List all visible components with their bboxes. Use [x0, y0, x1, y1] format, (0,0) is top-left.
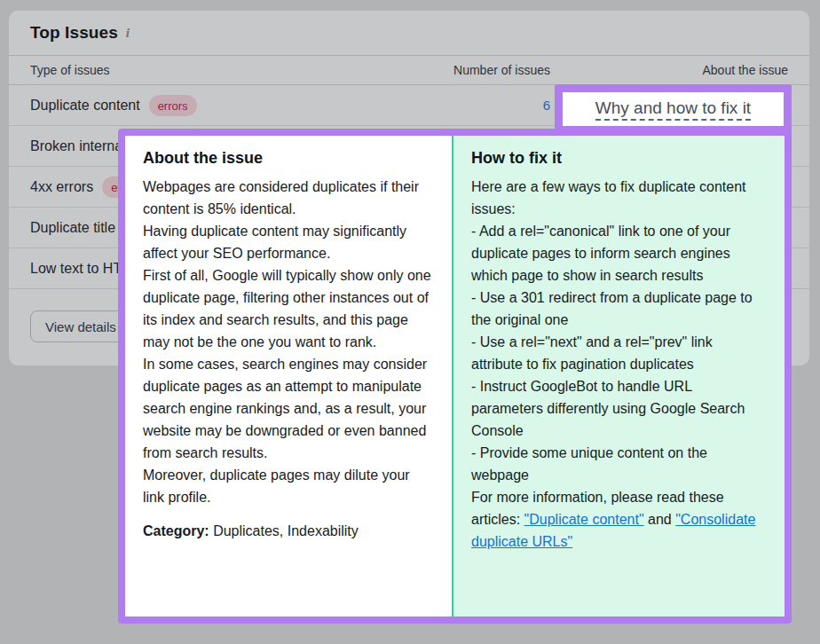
about-paragraph: In some cases, search engines may consid…: [143, 353, 434, 464]
about-the-issue-text: Webpages are considered duplicates if th…: [143, 176, 434, 508]
fix-item: - Add a rel="canonical" link to one of y…: [471, 220, 767, 287]
and-text: and: [648, 512, 672, 527]
duplicate-content-article-link[interactable]: "Duplicate content": [524, 512, 644, 527]
more-info-line: For more information, please read these …: [471, 486, 767, 553]
about-paragraph: Moreover, duplicate pages may dilute you…: [143, 464, 434, 508]
how-to-fix-intro: Here are a few ways to fix duplicate con…: [471, 176, 767, 220]
about-paragraph: Having duplicate content may significant…: [143, 220, 434, 264]
category-line: Category: Duplicates, Indexability: [143, 520, 434, 542]
fix-item: - Instruct GoogleBot to handle URL param…: [471, 375, 767, 442]
how-to-fix-heading: How to fix it: [471, 149, 767, 168]
about-the-issue-section: About the issue Webpages are considered …: [125, 136, 453, 617]
issue-details-popup: About the issue Webpages are considered …: [118, 129, 792, 624]
how-to-fix-section: How to fix it Here are a few ways to fix…: [453, 136, 785, 617]
why-how-to-fix-trigger[interactable]: Why and how to fix it: [563, 92, 784, 126]
category-value: Duplicates, Indexability: [213, 523, 359, 538]
about-the-issue-heading: About the issue: [143, 149, 434, 168]
why-how-to-fix-label[interactable]: Why and how to fix it: [595, 98, 751, 121]
why-how-to-fix-highlight: Why and how to fix it: [555, 84, 792, 134]
fix-item: - Provide some unique content on the web…: [471, 442, 767, 486]
how-to-fix-list: - Add a rel="canonical" link to one of y…: [471, 220, 767, 486]
category-label: Category:: [143, 523, 209, 538]
about-paragraph: First of all, Google will typically show…: [143, 264, 434, 353]
about-paragraph: Webpages are considered duplicates if th…: [143, 176, 434, 220]
fix-item: - Use a rel="next" and a rel="prev" link…: [471, 331, 767, 375]
fix-item: - Use a 301 redirect from a duplicate pa…: [471, 287, 767, 331]
